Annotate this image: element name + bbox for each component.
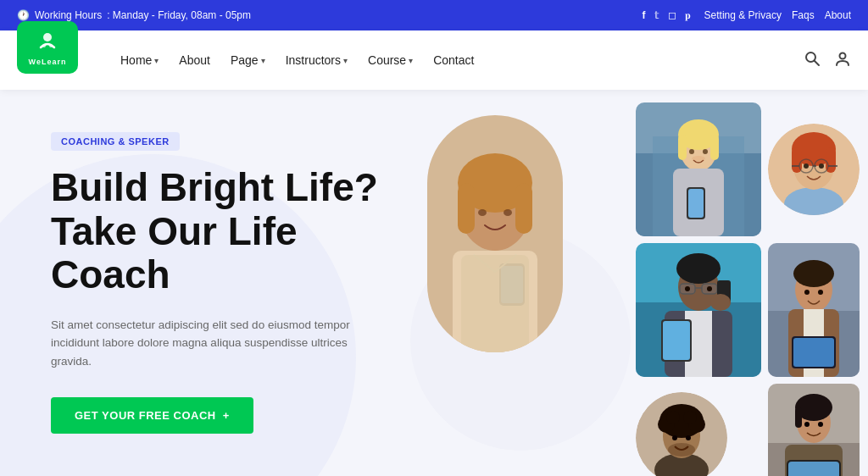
hero-title-line1: Build Bright Life? bbox=[51, 165, 378, 209]
svg-point-86 bbox=[818, 422, 823, 427]
course-chevron-icon: ▾ bbox=[409, 56, 413, 65]
svg-point-65 bbox=[818, 290, 823, 295]
nav-contact-label: Contact bbox=[433, 53, 474, 67]
twitter-icon[interactable]: 𝕥 bbox=[654, 9, 659, 21]
cta-plus-icon: + bbox=[223, 409, 230, 422]
nav-links: Home ▾ About Page ▾ Instructors ▾ Course… bbox=[112, 48, 804, 72]
person-image-seated-man bbox=[768, 384, 860, 476]
person-image-curly bbox=[636, 392, 727, 476]
cta-button[interactable]: Get Your Free Coach + bbox=[51, 397, 253, 434]
person-image-redhead bbox=[768, 124, 860, 215]
nav-item-contact[interactable]: Contact bbox=[425, 48, 482, 72]
svg-rect-88 bbox=[788, 462, 839, 476]
about-link[interactable]: About bbox=[825, 9, 851, 21]
user-icon[interactable] bbox=[834, 50, 851, 71]
svg-point-13 bbox=[504, 209, 512, 216]
search-icon[interactable] bbox=[804, 50, 821, 71]
main-nav: WeLearn Home ▾ About Page ▾ Instructors … bbox=[0, 30, 868, 90]
svg-point-1 bbox=[42, 44, 46, 47]
svg-point-0 bbox=[43, 33, 52, 42]
nav-about-label: About bbox=[179, 53, 210, 67]
logo-icon bbox=[36, 29, 59, 58]
hero-title-line3: Coach bbox=[51, 252, 170, 296]
svg-rect-23 bbox=[710, 135, 719, 160]
facebook-icon[interactable]: f bbox=[643, 9, 646, 21]
svg-rect-11 bbox=[515, 183, 532, 234]
nav-item-about[interactable]: About bbox=[170, 48, 219, 72]
nav-page-label: Page bbox=[231, 53, 259, 67]
svg-line-4 bbox=[815, 60, 820, 65]
svg-point-53 bbox=[707, 286, 712, 291]
svg-point-12 bbox=[478, 209, 487, 216]
svg-point-29 bbox=[692, 156, 705, 161]
logo-text: WeLearn bbox=[29, 58, 67, 66]
center-oval-image bbox=[427, 115, 563, 352]
top-nav-links: Setting & Privacy Faqs About bbox=[704, 9, 851, 21]
person-image-blonde bbox=[636, 102, 761, 236]
hero-content: Coaching & Speker Build Bright Life? Tak… bbox=[0, 90, 415, 459]
working-hours-label: Working Hours bbox=[35, 9, 102, 21]
svg-point-42 bbox=[819, 163, 824, 169]
working-hours-value: : Manday - Friday, 08am - 05pm bbox=[107, 9, 251, 21]
nav-instructors-label: Instructors bbox=[286, 53, 341, 67]
cta-label: Get Your Free Coach bbox=[75, 409, 216, 422]
svg-point-77 bbox=[686, 435, 691, 440]
svg-point-41 bbox=[804, 163, 809, 169]
nav-actions bbox=[804, 50, 851, 71]
svg-point-55 bbox=[710, 294, 731, 311]
nav-item-instructors[interactable]: Instructors ▾ bbox=[277, 48, 356, 72]
svg-point-78 bbox=[668, 443, 695, 457]
hero-title: Build Bright Life? Take Our Life Coach bbox=[51, 166, 381, 297]
hero-badge: Coaching & Speker bbox=[51, 132, 180, 151]
hero-section: Coaching & Speker Build Bright Life? Tak… bbox=[0, 90, 868, 476]
clock-icon: 🕐 bbox=[17, 9, 30, 21]
svg-point-85 bbox=[804, 422, 810, 427]
working-hours: 🕐 Working Hours : Manday - Friday, 08am … bbox=[17, 9, 251, 21]
home-chevron-icon: ▾ bbox=[154, 56, 159, 65]
svg-rect-67 bbox=[793, 338, 834, 367]
svg-point-64 bbox=[804, 290, 810, 295]
svg-rect-84 bbox=[795, 407, 802, 428]
person-image-man-phone bbox=[636, 243, 761, 377]
faqs-link[interactable]: Faqs bbox=[792, 9, 815, 21]
top-bar: 🕐 Working Hours : Manday - Friday, 08am … bbox=[0, 0, 868, 30]
hero-description: Sit amet consectetur adipiscing elit sed… bbox=[51, 316, 381, 371]
svg-point-2 bbox=[49, 44, 53, 47]
social-icons: f 𝕥 ◻ 𝐩 bbox=[643, 9, 691, 21]
person-image-young-man bbox=[768, 243, 860, 377]
svg-rect-22 bbox=[678, 135, 687, 160]
svg-point-52 bbox=[685, 286, 690, 291]
svg-point-75 bbox=[683, 411, 697, 424]
page-chevron-icon: ▾ bbox=[261, 56, 265, 65]
svg-point-61 bbox=[793, 260, 834, 287]
hero-title-line2: Take Our Life bbox=[51, 209, 298, 253]
top-bar-right: f 𝕥 ◻ 𝐩 Setting & Privacy Faqs About bbox=[643, 9, 851, 21]
svg-rect-28 bbox=[688, 189, 704, 218]
logo[interactable]: WeLearn bbox=[17, 21, 78, 74]
nav-item-home[interactable]: Home ▾ bbox=[112, 48, 167, 72]
hero-images bbox=[427, 90, 868, 476]
image-grid bbox=[632, 98, 864, 476]
svg-rect-16 bbox=[461, 255, 529, 352]
svg-point-26 bbox=[703, 149, 708, 154]
instructors-chevron-icon: ▾ bbox=[343, 56, 348, 65]
nav-item-page[interactable]: Page ▾ bbox=[222, 48, 274, 72]
svg-point-48 bbox=[676, 253, 721, 284]
svg-point-74 bbox=[666, 411, 680, 424]
svg-point-76 bbox=[672, 435, 677, 440]
nav-home-label: Home bbox=[120, 53, 152, 67]
svg-rect-10 bbox=[458, 183, 475, 234]
nav-item-course[interactable]: Course ▾ bbox=[359, 48, 421, 72]
pinterest-icon[interactable]: 𝐩 bbox=[685, 9, 691, 21]
instagram-icon[interactable]: ◻ bbox=[668, 9, 676, 21]
nav-course-label: Course bbox=[368, 53, 406, 67]
setting-privacy-link[interactable]: Setting & Privacy bbox=[704, 9, 782, 21]
svg-rect-57 bbox=[663, 321, 690, 360]
svg-point-5 bbox=[840, 53, 846, 58]
svg-point-25 bbox=[689, 149, 694, 154]
